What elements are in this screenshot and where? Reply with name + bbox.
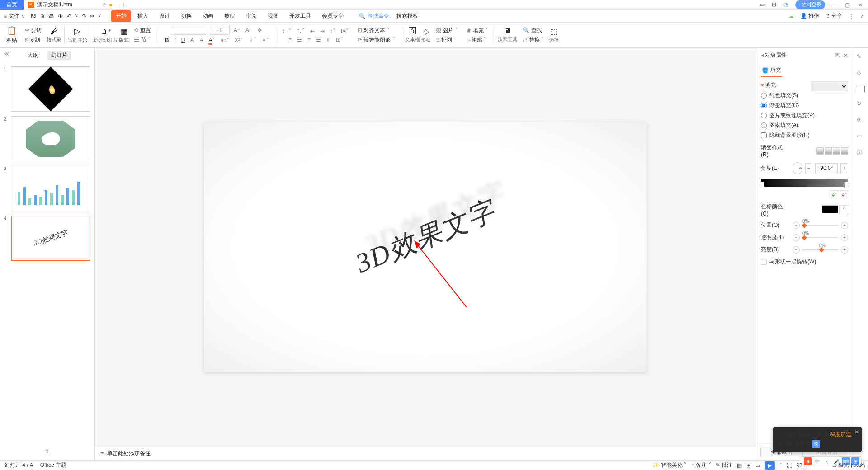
columns-icon[interactable]: ⫴˅	[325, 36, 332, 43]
font-name-input[interactable]	[171, 26, 207, 35]
paste-button[interactable]: 📋粘贴	[6, 26, 17, 44]
checkbox-hide-bg[interactable]: 隐藏背景图形(H)	[761, 132, 848, 139]
ime-punct-icon[interactable]: •,	[823, 457, 831, 465]
select-button[interactable]: ⬚选择	[549, 27, 559, 43]
angle-plus[interactable]: +	[840, 163, 848, 173]
command-search[interactable]: 🔍 查找命令、 搜索模板	[359, 12, 418, 20]
new-tab-button[interactable]: +	[117, 1, 130, 9]
align-right-icon[interactable]: ≡	[306, 36, 312, 43]
position-plus[interactable]: +	[841, 222, 848, 229]
login-button[interactable]: · 临时登录	[795, 0, 825, 9]
font-size-input[interactable]	[210, 26, 230, 35]
reset-button[interactable]: ⟲ 重置	[132, 26, 152, 35]
view-normal-icon[interactable]: ▦	[737, 462, 742, 469]
view-reading-icon[interactable]: ▭	[755, 462, 760, 469]
ime-mic-icon[interactable]: 🎤	[832, 457, 840, 465]
fill-button[interactable]: ◉ 填充 ˅	[465, 26, 489, 35]
tab-insert[interactable]: 插入	[133, 10, 153, 22]
underline-icon[interactable]: U	[180, 37, 187, 44]
close-button[interactable]: ✕	[856, 2, 864, 8]
increase-font-icon[interactable]: A⁺	[232, 27, 241, 34]
highlight-icon[interactable]: ab˅	[219, 37, 230, 44]
ime-bar[interactable]: S 中 •, 🎤 ⌨ ⊞	[802, 456, 862, 466]
clear-format-icon[interactable]: ✥	[256, 27, 263, 34]
replace-button[interactable]: ⇄ 替换 ˅	[521, 36, 545, 44]
effects-icon[interactable]: ✦˅	[260, 37, 270, 44]
share-button[interactable]: ⇪分享	[826, 12, 842, 20]
collab-button[interactable]: 👤协作	[800, 12, 819, 20]
shadow-icon[interactable]: A	[198, 37, 204, 44]
align-left-icon[interactable]: ≡	[287, 36, 293, 43]
slideshow-button[interactable]: ▶	[765, 461, 775, 470]
collapse-panel-icon[interactable]: ≪	[4, 51, 9, 57]
layout-button[interactable]: ▦版式	[119, 27, 129, 43]
tab-view[interactable]: 视图	[263, 10, 283, 22]
radio-gradient[interactable]: 渐变填充(G)	[761, 102, 848, 109]
fill-preset-select[interactable]	[811, 81, 848, 91]
add-stop-icon[interactable]: ⬙⁺	[830, 190, 838, 198]
angle-input[interactable]	[815, 163, 838, 173]
qat-more-icon[interactable]: ∨	[98, 13, 101, 19]
smart-shape-button[interactable]: ⟳ 转智能图形 ˅	[356, 36, 396, 44]
strip-anim-icon[interactable]: ↻	[857, 100, 865, 108]
refresh-icon[interactable]: ⟳	[102, 2, 107, 8]
ime-zh-icon[interactable]: 中	[813, 457, 821, 465]
notes-bar[interactable]: ≡ 单击此处添加备注	[95, 446, 756, 460]
popup-close-icon[interactable]: ✕	[854, 429, 859, 435]
slide-thumb-2[interactable]	[11, 116, 90, 161]
decrease-font-icon[interactable]: A⁻	[244, 27, 253, 34]
preview-icon[interactable]: 👁	[58, 13, 63, 19]
pin-icon[interactable]: ⇱	[835, 52, 840, 59]
stop-color-well[interactable]	[822, 205, 838, 213]
align-center-icon[interactable]: ☰	[296, 36, 303, 43]
tab-start[interactable]: 开始	[111, 10, 131, 22]
cut-button[interactable]: ✂ 剪切	[24, 26, 43, 35]
slide-thumb-3[interactable]	[11, 166, 90, 211]
bright-plus[interactable]: +	[841, 246, 848, 254]
outline-button[interactable]: ○ 轮廓 ˅	[465, 36, 488, 44]
search-link[interactable]: 查找命令、	[368, 12, 395, 20]
change-case-icon[interactable]: ㄆ˅	[247, 36, 258, 44]
shape-button[interactable]: ◇形状	[421, 27, 431, 43]
comments-toggle[interactable]: ✎ 批注	[716, 461, 732, 469]
grad-linear-icon[interactable]	[816, 147, 824, 155]
picture-button[interactable]: 🖼 图片 ˅	[434, 26, 459, 35]
hamburger-icon[interactable]: ≡	[4, 13, 7, 19]
grad-radial-icon[interactable]	[825, 147, 832, 155]
new-slide-button[interactable]: 🗋⁺新建幻灯片	[93, 27, 118, 43]
apps-icon[interactable]: ⊞	[772, 1, 779, 9]
tablet-icon[interactable]: ▭	[760, 1, 767, 9]
italic-icon[interactable]: I	[173, 37, 177, 44]
tab-transition[interactable]: 切换	[176, 10, 196, 22]
radio-solid[interactable]: 纯色填充(S)	[761, 92, 848, 99]
minimize-button[interactable]: —	[830, 2, 839, 8]
beautify-button[interactable]: ✨ 智能美化 ˅	[652, 461, 687, 469]
radio-pattern[interactable]: 图案填充(A)	[761, 122, 848, 129]
text-direction-icon[interactable]: IA˅	[340, 28, 350, 35]
copy-button[interactable]: ⎘ 复制	[24, 36, 42, 44]
close-panel-icon[interactable]: ✕	[844, 52, 848, 59]
slides-tab[interactable]: 幻灯片	[47, 51, 71, 60]
slide-thumb-4[interactable]: 3D效果文字	[11, 216, 90, 261]
grad-path-icon[interactable]	[841, 147, 848, 155]
strip-help-icon[interactable]: ⓘ	[857, 149, 865, 157]
outdent-icon[interactable]: ⇤	[309, 28, 316, 35]
collapse-ribbon-icon[interactable]: ∧	[860, 13, 864, 19]
view-sorter-icon[interactable]: ⊞	[746, 462, 751, 469]
strip-location-icon[interactable]: ◎	[857, 117, 865, 125]
save-icon[interactable]: 🖫	[31, 13, 36, 19]
section-button[interactable]: ☰ 节 ˅	[132, 36, 152, 44]
remove-stop-icon[interactable]: ⬙⁻	[840, 190, 848, 198]
radio-picture[interactable]: 图片或纹理填充(P)	[761, 112, 848, 119]
document-tab[interactable]: 演示文稿1.htm ⟳	[24, 1, 117, 9]
cut-icon[interactable]: ✂	[90, 13, 94, 19]
home-tab[interactable]: 首页	[0, 0, 24, 10]
strip-shape-icon[interactable]: ◇	[857, 70, 865, 78]
numbering-icon[interactable]: ⒈˅	[295, 27, 306, 35]
indent-icon[interactable]: ⇥	[319, 28, 326, 35]
tab-vip[interactable]: 会员专享	[317, 10, 348, 22]
stop-color-dropdown[interactable]: ˅	[839, 205, 848, 215]
fill-tab[interactable]: 🪣填充	[761, 65, 782, 77]
strip-settings-icon[interactable]	[857, 86, 865, 92]
slide-thumb-1[interactable]	[11, 66, 90, 112]
